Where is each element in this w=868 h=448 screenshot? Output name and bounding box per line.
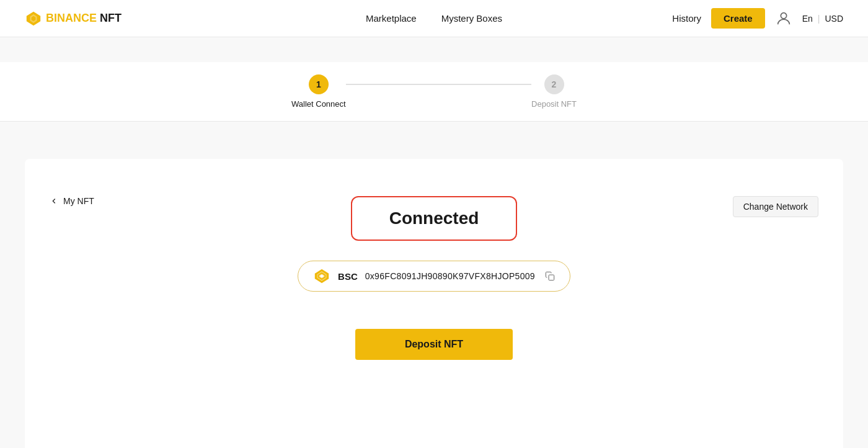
copy-icon[interactable] bbox=[545, 271, 555, 281]
wallet-network-label: BSC bbox=[338, 271, 358, 282]
stepper-container: 1 Wallet Connect 2 Deposit NFT bbox=[0, 62, 868, 122]
nav-mystery-boxes[interactable]: Mystery Boxes bbox=[441, 13, 502, 24]
connected-text: Connected bbox=[389, 208, 479, 228]
step-1-circle: 1 bbox=[309, 74, 329, 94]
history-link[interactable]: History bbox=[672, 13, 701, 24]
stepper: 1 Wallet Connect 2 Deposit NFT bbox=[291, 74, 577, 109]
step-2-label: Deposit NFT bbox=[531, 99, 577, 109]
logo-label: BINANCE NFT bbox=[46, 12, 122, 25]
svg-rect-8 bbox=[549, 275, 554, 280]
deposit-nft-button[interactable]: Deposit NFT bbox=[355, 329, 513, 360]
step-line bbox=[346, 84, 531, 85]
back-label: My NFT bbox=[63, 196, 94, 206]
currency-selector[interactable]: USD bbox=[825, 14, 843, 24]
header: BINANCE NFT Marketplace Mystery Boxes Hi… bbox=[0, 0, 868, 37]
step-1: 1 Wallet Connect bbox=[291, 74, 346, 109]
lang-currency: En | USD bbox=[802, 14, 843, 24]
step-1-label: Wallet Connect bbox=[291, 99, 346, 109]
user-icon[interactable] bbox=[775, 10, 792, 27]
bsc-icon bbox=[313, 267, 330, 285]
step-2: 2 Deposit NFT bbox=[531, 74, 577, 109]
svg-point-3 bbox=[781, 12, 786, 18]
wallet-address: 0x96FC8091JH90890K97VFX8HJOP5009 bbox=[365, 271, 535, 281]
connected-box: Connected bbox=[351, 196, 518, 241]
content-area: My NFT Change Network Connected BSC 0x96… bbox=[25, 159, 843, 448]
chevron-left-icon bbox=[50, 197, 58, 205]
header-right: History Create En | USD bbox=[672, 8, 843, 29]
back-link[interactable]: My NFT bbox=[50, 196, 94, 206]
create-button[interactable]: Create bbox=[711, 8, 765, 29]
nav-marketplace[interactable]: Marketplace bbox=[366, 13, 417, 24]
language-selector[interactable]: En bbox=[802, 14, 813, 24]
wallet-pill: BSC 0x96FC8091JH90890K97VFX8HJOP5009 bbox=[298, 261, 570, 292]
change-network-button[interactable]: Change Network bbox=[733, 196, 818, 217]
svg-point-7 bbox=[321, 275, 323, 277]
main-content: 1 Wallet Connect 2 Deposit NFT My NFT Ch… bbox=[0, 37, 868, 448]
step-2-circle: 2 bbox=[544, 74, 564, 94]
logo[interactable]: BINANCE NFT bbox=[25, 10, 122, 27]
main-nav: Marketplace Mystery Boxes bbox=[366, 13, 502, 24]
